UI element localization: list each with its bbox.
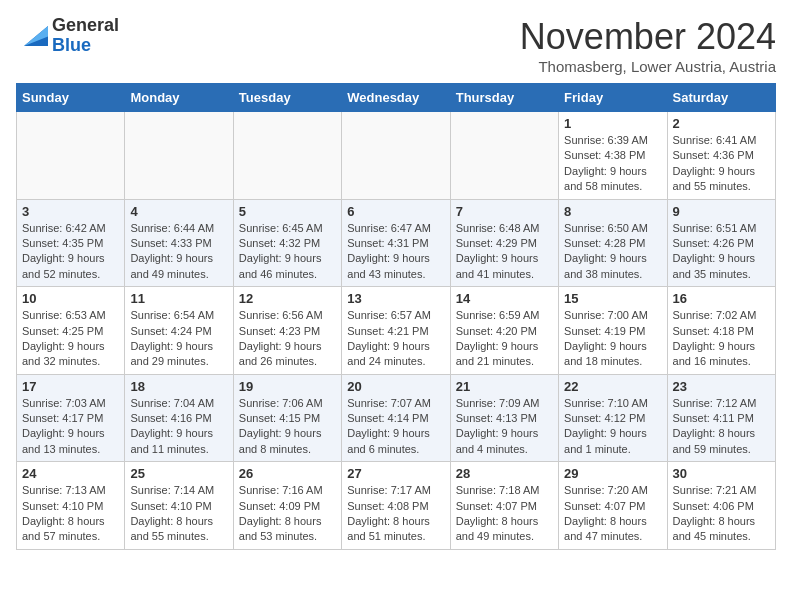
day-number: 22 bbox=[564, 379, 661, 394]
day-info: Sunrise: 7:14 AMSunset: 4:10 PMDaylight:… bbox=[130, 483, 227, 545]
calendar-cell: 28Sunrise: 7:18 AMSunset: 4:07 PMDayligh… bbox=[450, 462, 558, 550]
header-row: SundayMondayTuesdayWednesdayThursdayFrid… bbox=[17, 84, 776, 112]
day-info: Sunrise: 7:09 AMSunset: 4:13 PMDaylight:… bbox=[456, 396, 553, 458]
day-info: Sunrise: 6:57 AMSunset: 4:21 PMDaylight:… bbox=[347, 308, 444, 370]
day-info: Sunrise: 7:21 AMSunset: 4:06 PMDaylight:… bbox=[673, 483, 770, 545]
day-info: Sunrise: 7:17 AMSunset: 4:08 PMDaylight:… bbox=[347, 483, 444, 545]
weekday-header: Sunday bbox=[17, 84, 125, 112]
day-number: 18 bbox=[130, 379, 227, 394]
day-info: Sunrise: 7:18 AMSunset: 4:07 PMDaylight:… bbox=[456, 483, 553, 545]
day-info: Sunrise: 6:59 AMSunset: 4:20 PMDaylight:… bbox=[456, 308, 553, 370]
day-info: Sunrise: 6:48 AMSunset: 4:29 PMDaylight:… bbox=[456, 221, 553, 283]
day-info: Sunrise: 6:42 AMSunset: 4:35 PMDaylight:… bbox=[22, 221, 119, 283]
calendar-cell: 10Sunrise: 6:53 AMSunset: 4:25 PMDayligh… bbox=[17, 287, 125, 375]
day-info: Sunrise: 6:53 AMSunset: 4:25 PMDaylight:… bbox=[22, 308, 119, 370]
day-number: 14 bbox=[456, 291, 553, 306]
day-number: 4 bbox=[130, 204, 227, 219]
day-info: Sunrise: 6:51 AMSunset: 4:26 PMDaylight:… bbox=[673, 221, 770, 283]
day-info: Sunrise: 6:47 AMSunset: 4:31 PMDaylight:… bbox=[347, 221, 444, 283]
calendar-cell: 23Sunrise: 7:12 AMSunset: 4:11 PMDayligh… bbox=[667, 374, 775, 462]
day-info: Sunrise: 7:10 AMSunset: 4:12 PMDaylight:… bbox=[564, 396, 661, 458]
day-number: 12 bbox=[239, 291, 336, 306]
day-number: 3 bbox=[22, 204, 119, 219]
calendar-cell: 19Sunrise: 7:06 AMSunset: 4:15 PMDayligh… bbox=[233, 374, 341, 462]
calendar-cell: 26Sunrise: 7:16 AMSunset: 4:09 PMDayligh… bbox=[233, 462, 341, 550]
page-header: General Blue November 2024 Thomasberg, L… bbox=[16, 16, 776, 75]
calendar-cell: 6Sunrise: 6:47 AMSunset: 4:31 PMDaylight… bbox=[342, 199, 450, 287]
calendar-cell: 12Sunrise: 6:56 AMSunset: 4:23 PMDayligh… bbox=[233, 287, 341, 375]
calendar-table: SundayMondayTuesdayWednesdayThursdayFrid… bbox=[16, 83, 776, 550]
day-info: Sunrise: 7:13 AMSunset: 4:10 PMDaylight:… bbox=[22, 483, 119, 545]
calendar-header: SundayMondayTuesdayWednesdayThursdayFrid… bbox=[17, 84, 776, 112]
calendar-cell bbox=[450, 112, 558, 200]
day-number: 10 bbox=[22, 291, 119, 306]
calendar-cell: 22Sunrise: 7:10 AMSunset: 4:12 PMDayligh… bbox=[559, 374, 667, 462]
day-number: 17 bbox=[22, 379, 119, 394]
day-number: 1 bbox=[564, 116, 661, 131]
calendar-cell: 15Sunrise: 7:00 AMSunset: 4:19 PMDayligh… bbox=[559, 287, 667, 375]
weekday-header: Tuesday bbox=[233, 84, 341, 112]
logo: General Blue bbox=[16, 16, 119, 56]
weekday-header: Monday bbox=[125, 84, 233, 112]
month-title: November 2024 bbox=[520, 16, 776, 58]
calendar-cell bbox=[342, 112, 450, 200]
day-info: Sunrise: 7:20 AMSunset: 4:07 PMDaylight:… bbox=[564, 483, 661, 545]
calendar-cell: 25Sunrise: 7:14 AMSunset: 4:10 PMDayligh… bbox=[125, 462, 233, 550]
day-number: 16 bbox=[673, 291, 770, 306]
calendar-cell bbox=[17, 112, 125, 200]
day-info: Sunrise: 6:44 AMSunset: 4:33 PMDaylight:… bbox=[130, 221, 227, 283]
calendar-cell: 16Sunrise: 7:02 AMSunset: 4:18 PMDayligh… bbox=[667, 287, 775, 375]
calendar-week-row: 10Sunrise: 6:53 AMSunset: 4:25 PMDayligh… bbox=[17, 287, 776, 375]
day-info: Sunrise: 6:41 AMSunset: 4:36 PMDaylight:… bbox=[673, 133, 770, 195]
location: Thomasberg, Lower Austria, Austria bbox=[520, 58, 776, 75]
day-number: 2 bbox=[673, 116, 770, 131]
day-number: 30 bbox=[673, 466, 770, 481]
day-number: 11 bbox=[130, 291, 227, 306]
day-number: 21 bbox=[456, 379, 553, 394]
calendar-cell: 27Sunrise: 7:17 AMSunset: 4:08 PMDayligh… bbox=[342, 462, 450, 550]
day-info: Sunrise: 7:16 AMSunset: 4:09 PMDaylight:… bbox=[239, 483, 336, 545]
weekday-header: Friday bbox=[559, 84, 667, 112]
calendar-week-row: 17Sunrise: 7:03 AMSunset: 4:17 PMDayligh… bbox=[17, 374, 776, 462]
day-number: 13 bbox=[347, 291, 444, 306]
calendar-cell: 2Sunrise: 6:41 AMSunset: 4:36 PMDaylight… bbox=[667, 112, 775, 200]
calendar-cell: 7Sunrise: 6:48 AMSunset: 4:29 PMDaylight… bbox=[450, 199, 558, 287]
calendar-cell: 4Sunrise: 6:44 AMSunset: 4:33 PMDaylight… bbox=[125, 199, 233, 287]
day-number: 28 bbox=[456, 466, 553, 481]
calendar-week-row: 24Sunrise: 7:13 AMSunset: 4:10 PMDayligh… bbox=[17, 462, 776, 550]
day-number: 24 bbox=[22, 466, 119, 481]
calendar-cell: 11Sunrise: 6:54 AMSunset: 4:24 PMDayligh… bbox=[125, 287, 233, 375]
calendar-week-row: 3Sunrise: 6:42 AMSunset: 4:35 PMDaylight… bbox=[17, 199, 776, 287]
day-info: Sunrise: 6:45 AMSunset: 4:32 PMDaylight:… bbox=[239, 221, 336, 283]
day-number: 25 bbox=[130, 466, 227, 481]
title-block: November 2024 Thomasberg, Lower Austria,… bbox=[520, 16, 776, 75]
calendar-cell: 20Sunrise: 7:07 AMSunset: 4:14 PMDayligh… bbox=[342, 374, 450, 462]
day-number: 6 bbox=[347, 204, 444, 219]
day-info: Sunrise: 7:06 AMSunset: 4:15 PMDaylight:… bbox=[239, 396, 336, 458]
calendar-cell: 13Sunrise: 6:57 AMSunset: 4:21 PMDayligh… bbox=[342, 287, 450, 375]
weekday-header: Wednesday bbox=[342, 84, 450, 112]
calendar-cell: 1Sunrise: 6:39 AMSunset: 4:38 PMDaylight… bbox=[559, 112, 667, 200]
day-number: 27 bbox=[347, 466, 444, 481]
calendar-cell: 8Sunrise: 6:50 AMSunset: 4:28 PMDaylight… bbox=[559, 199, 667, 287]
calendar-cell: 24Sunrise: 7:13 AMSunset: 4:10 PMDayligh… bbox=[17, 462, 125, 550]
weekday-header: Saturday bbox=[667, 84, 775, 112]
calendar-cell: 17Sunrise: 7:03 AMSunset: 4:17 PMDayligh… bbox=[17, 374, 125, 462]
day-info: Sunrise: 7:02 AMSunset: 4:18 PMDaylight:… bbox=[673, 308, 770, 370]
day-info: Sunrise: 7:12 AMSunset: 4:11 PMDaylight:… bbox=[673, 396, 770, 458]
day-number: 5 bbox=[239, 204, 336, 219]
day-number: 26 bbox=[239, 466, 336, 481]
logo-icon bbox=[16, 22, 48, 50]
day-number: 20 bbox=[347, 379, 444, 394]
calendar-body: 1Sunrise: 6:39 AMSunset: 4:38 PMDaylight… bbox=[17, 112, 776, 550]
weekday-header: Thursday bbox=[450, 84, 558, 112]
day-number: 15 bbox=[564, 291, 661, 306]
calendar-cell: 9Sunrise: 6:51 AMSunset: 4:26 PMDaylight… bbox=[667, 199, 775, 287]
day-number: 19 bbox=[239, 379, 336, 394]
day-number: 29 bbox=[564, 466, 661, 481]
day-number: 23 bbox=[673, 379, 770, 394]
day-number: 8 bbox=[564, 204, 661, 219]
day-info: Sunrise: 7:00 AMSunset: 4:19 PMDaylight:… bbox=[564, 308, 661, 370]
calendar-cell bbox=[233, 112, 341, 200]
calendar-cell bbox=[125, 112, 233, 200]
